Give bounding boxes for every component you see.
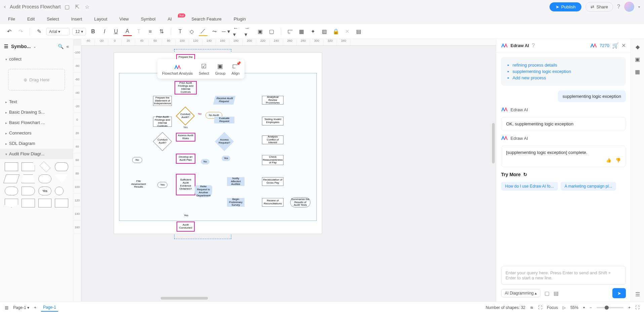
arrow-end-icon[interactable]: → ▾ [244, 27, 253, 36]
node-evaluate[interactable]: Evaluate Request [214, 117, 234, 123]
menu-symbol[interactable]: Symbol [141, 16, 155, 22]
flowchart-analysis-button[interactable]: Flowchart Analysis [162, 65, 193, 75]
line-color-icon[interactable]: ／ [199, 27, 207, 36]
menu-search-feature[interactable]: Search Feature [191, 16, 222, 22]
node-conflict[interactable]: Analysis Conflict of Interest [262, 135, 283, 144]
tools-icon[interactable]: ✕ [343, 27, 352, 36]
add-panel-icon[interactable]: ▣ [635, 56, 640, 63]
zoom-in-button[interactable]: + [628, 305, 631, 310]
format-painter-icon[interactable]: ✎ [35, 27, 43, 36]
font-size-select[interactable]: 12 ▾ [72, 28, 86, 35]
suggestion-item[interactable]: supplementing logic exception [513, 69, 620, 74]
fill-bucket-icon[interactable]: ◆ [636, 44, 640, 50]
canvas-scrollbar-v[interactable] [492, 123, 495, 163]
node-summarize[interactable]: Summarize the Results of Audit Tests [290, 197, 310, 207]
line-spacing-icon[interactable]: ⇅ [157, 27, 166, 36]
search-icon[interactable]: 🔍 [58, 44, 64, 49]
front-icon[interactable]: ▢ [267, 27, 276, 36]
group-button[interactable]: ▣Group [215, 63, 226, 75]
align-objects-icon[interactable]: ⫍ [286, 27, 295, 36]
edit-shape-icon[interactable]: ▨ [320, 27, 329, 36]
menu-icon[interactable]: ☰ [635, 291, 640, 298]
cart-icon[interactable]: 🛒 [612, 42, 619, 49]
node-assess-risks[interactable]: Assess Audit Risks [176, 133, 195, 142]
zoom-level[interactable]: 55% [570, 305, 578, 310]
shape-fold[interactable] [22, 162, 35, 171]
node-file-assessment[interactable]: File Assessment Results [130, 179, 147, 189]
shape-trapezoid[interactable] [22, 174, 35, 183]
line-style-icon[interactable]: ─ ▾ [222, 27, 230, 36]
shape-pill[interactable] [38, 174, 52, 183]
canvas-page[interactable]: PROCESS FLOWCHART Prepare the Prior Audi… [114, 52, 322, 234]
shape-yes[interactable]: Yes [38, 187, 52, 195]
avatar[interactable] [624, 2, 634, 12]
drag-here-zone[interactable]: ⊕Drag Here [8, 69, 65, 90]
node-sufficient[interactable]: Sufficient Audit Evidence Obtained? [176, 174, 195, 195]
suggestion-item[interactable]: Add new process [513, 75, 620, 80]
suggestion-item[interactable]: refining process details [513, 63, 620, 68]
category-basic-drawing[interactable]: Basic Drawing S... [0, 107, 73, 117]
zoom-out-button[interactable]: − [590, 305, 592, 310]
bold-icon[interactable]: B [89, 27, 98, 36]
menu-layout[interactable]: Layout [94, 16, 107, 22]
text-insert-icon[interactable]: T [176, 27, 185, 36]
help-icon[interactable]: ? [617, 4, 620, 10]
zoom-slider[interactable] [597, 307, 623, 308]
redo-icon[interactable]: ↷ [16, 27, 25, 36]
undo-icon[interactable]: ↶ [5, 27, 13, 36]
ai-input[interactable]: Enter your query here. Press Enter to se… [501, 266, 626, 285]
prompt-chip[interactable]: How do I use Edraw AI fo... [501, 182, 558, 191]
menu-edit[interactable]: Edit [27, 16, 35, 22]
node-independence[interactable]: Prepare the Statement of Independence [153, 96, 172, 106]
select-button[interactable]: ☑Select [199, 63, 209, 75]
menu-view[interactable]: View [119, 16, 129, 22]
arrow-start-icon[interactable]: ← ▾ [233, 27, 242, 36]
menu-plugin[interactable]: Plugin [234, 16, 246, 22]
effects-icon[interactable]: ✦ [309, 27, 317, 36]
underline-icon[interactable]: U [112, 27, 120, 36]
text-effect-icon[interactable]: T [135, 27, 143, 36]
align-text-icon[interactable]: ≡ [146, 27, 155, 36]
node-invalid-emp[interactable]: Testing Invalid Employees [262, 117, 283, 125]
ai-help-icon[interactable]: ? [532, 43, 535, 49]
collapse-sidebar-icon[interactable]: « [66, 44, 69, 49]
page-tab[interactable]: Page-1 [41, 304, 58, 312]
node-notify[interactable]: Notify Affected Auditee [227, 177, 244, 186]
category-text[interactable]: Text [0, 96, 73, 107]
shape-triangle[interactable] [55, 174, 68, 183]
shape-circle[interactable] [55, 187, 64, 195]
font-color-icon[interactable]: A [123, 27, 132, 36]
node-survey[interactable]: Begin Preliminary Survey [227, 198, 244, 207]
shape-rect[interactable] [5, 162, 18, 171]
font-select[interactable]: Arial ▾ [46, 28, 70, 35]
italic-icon[interactable]: I [100, 27, 109, 36]
shape-lens[interactable] [55, 162, 68, 171]
node-check-pay[interactable]: Check Reasonableness of Pay [262, 155, 283, 165]
menu-file[interactable]: File [8, 16, 15, 22]
node-yes-oval[interactable]: Yes [157, 182, 167, 188]
layers-icon[interactable]: ≋ [530, 305, 533, 310]
node-recalc[interactable]: Recalculation of Gross Pay [262, 177, 283, 186]
shape-stack2[interactable] [55, 199, 68, 207]
focus-label[interactable]: Focus [547, 305, 558, 310]
shape-bullet[interactable] [22, 187, 35, 195]
shape-stack[interactable] [38, 199, 52, 207]
star-icon[interactable]: ☆ [85, 4, 89, 10]
publish-button[interactable]: ➤Publish [550, 2, 582, 11]
node-yes-small[interactable]: Yes [222, 156, 230, 161]
node-audit-conducted[interactable]: Audit Conducted [177, 222, 195, 232]
fullscreen-icon[interactable]: ⛶ [635, 305, 639, 310]
node-prior-audit2[interactable]: Prior Audit Findings and Internal Contro… [153, 117, 172, 127]
node-review-recon[interactable]: Review of Reconciliations [262, 198, 283, 207]
group-icon[interactable]: ▦ [297, 27, 306, 36]
prompt-chip[interactable]: A marketing campaign pl... [561, 182, 616, 191]
node-receive-request[interactable]: Receive Audit Request [213, 96, 235, 105]
category-sdl[interactable]: SDL Diagram [0, 138, 73, 149]
category-basic-flowchart[interactable]: Basic Flowchart ... [0, 117, 73, 128]
thumbs-up-icon[interactable]: 👍 [606, 158, 611, 163]
back-button[interactable]: ‹ [4, 4, 6, 10]
thumbs-down-icon[interactable]: 👎 [615, 158, 621, 163]
behind-icon[interactable]: ▣ [256, 27, 265, 36]
save-icon[interactable]: ▢ [65, 4, 70, 10]
export-icon[interactable]: ⇱ [75, 4, 79, 10]
